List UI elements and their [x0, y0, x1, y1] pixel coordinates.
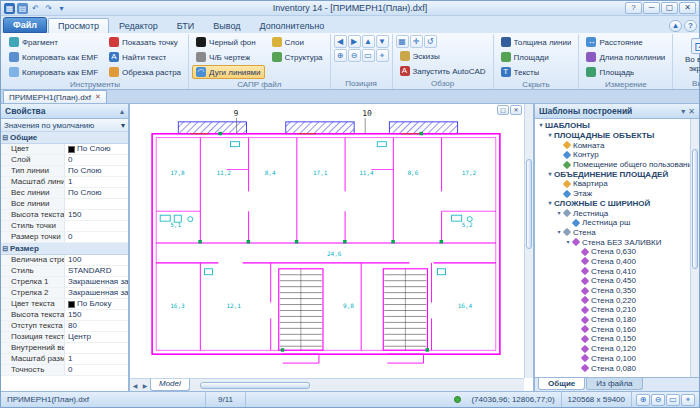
- ribbon-button-distance[interactable]: ↔Расстояние: [582, 35, 669, 49]
- tree-item[interactable]: Стена 0,180: [535, 315, 690, 325]
- help-button[interactable]: ?: [625, 2, 642, 14]
- sheet-prev-icon[interactable]: ◀: [130, 382, 140, 389]
- collapse-ribbon-icon[interactable]: ▴: [669, 20, 682, 32]
- pos-down-button[interactable]: ▼: [376, 35, 389, 48]
- tree-item[interactable]: Помещение общего пользования: [535, 160, 690, 170]
- panel-menu-icon[interactable]: ▾: [681, 107, 685, 116]
- pos-center-button[interactable]: ⌖: [376, 49, 389, 62]
- redo-icon[interactable]: ↷: [43, 3, 54, 14]
- property-value[interactable]: 150: [65, 310, 128, 320]
- tree-expander-icon[interactable]: ▾: [546, 131, 554, 140]
- property-value[interactable]: 0: [65, 232, 128, 242]
- property-group-row[interactable]: ⊟Размер: [1, 243, 128, 255]
- pos-prev-button[interactable]: ◀: [334, 35, 347, 48]
- property-value[interactable]: По Слою: [65, 188, 128, 198]
- tree-item[interactable]: Стена 0,450: [535, 276, 690, 286]
- property-value[interactable]: Закрашенная зам: [65, 288, 128, 298]
- tree-expander-icon[interactable]: ▾: [546, 170, 554, 179]
- status-zoom-window-icon[interactable]: ▭: [666, 394, 680, 406]
- ribbon-button-fullscreen[interactable]: ⊡Во весь экран: [676, 35, 700, 76]
- pos-up-button[interactable]: ▲: [362, 35, 375, 48]
- ribbon-button-hide-texts[interactable]: TТексты: [497, 65, 576, 79]
- tree-item[interactable]: Стена 0,120: [535, 344, 690, 354]
- ribbon-help-icon[interactable]: ?: [684, 20, 697, 32]
- tree-item[interactable]: Стена 0,100: [535, 354, 690, 364]
- tree-expander-icon[interactable]: ▾: [546, 199, 554, 208]
- ribbon-button-find-text[interactable]: АНайти текст: [105, 50, 185, 64]
- app-menu-icon[interactable]: ▦: [4, 3, 15, 14]
- tree-expander-icon[interactable]: ▾: [537, 121, 545, 130]
- ribbon-button-crop-raster[interactable]: Обрезка растра: [105, 65, 185, 79]
- property-group-row[interactable]: ⊟Общие: [1, 132, 128, 144]
- tree-item[interactable]: ▾ШАБЛОНЫ: [535, 121, 690, 131]
- document-close-icon[interactable]: ✕: [95, 93, 101, 101]
- undo-icon[interactable]: ↶: [30, 3, 41, 14]
- ribbon-tab-file[interactable]: Файл: [3, 17, 47, 33]
- tree-expander-icon[interactable]: ▾: [564, 238, 572, 247]
- vertical-scrollbar[interactable]: [524, 104, 533, 378]
- property-value[interactable]: 100: [65, 255, 128, 265]
- ribbon-button-show-point[interactable]: Показать точку: [105, 35, 185, 49]
- close-button[interactable]: ✕: [679, 2, 696, 14]
- tree-item[interactable]: ▾ОБЪЕДИНЕНИЕ ПЛОЩАДЕЙ: [535, 169, 690, 179]
- tree-item[interactable]: Стена 0,160: [535, 324, 690, 334]
- tree-item[interactable]: Этаж: [535, 189, 690, 199]
- minimize-button[interactable]: ─: [643, 2, 660, 14]
- property-value[interactable]: 1: [65, 177, 128, 187]
- tree-item[interactable]: Стена 0,630: [535, 247, 690, 257]
- defaults-dropdown-icon[interactable]: ▾: [121, 121, 125, 130]
- ribbon-button-black-background[interactable]: Черный фон: [192, 35, 265, 49]
- defaults-selector[interactable]: Значения по умолчанию ▾: [1, 119, 128, 132]
- ribbon-tab-editor[interactable]: Редактор: [110, 19, 167, 33]
- vertical-scrollbar-thumb[interactable]: [526, 159, 532, 249]
- birdseye-button[interactable]: ▦: [396, 35, 409, 48]
- property-value[interactable]: По Слою: [65, 166, 128, 176]
- pos-zoom-in-button[interactable]: ⊕: [334, 49, 347, 62]
- status-zoom-out-icon[interactable]: ⊖: [651, 394, 665, 406]
- tree-item[interactable]: Стена 0,400: [535, 257, 690, 267]
- model-sheet-tab[interactable]: Model: [150, 379, 190, 391]
- ribbon-button-run-autocad[interactable]: AЗапустить AutoCAD: [396, 64, 490, 78]
- collapse-panel-icon[interactable]: ▴: [120, 107, 124, 116]
- tab-common[interactable]: Общие: [538, 378, 585, 390]
- property-value[interactable]: 0: [65, 155, 128, 165]
- tree-item[interactable]: ▾Стена БЕЗ ЗАЛИВКИ: [535, 237, 690, 247]
- property-value[interactable]: 150: [65, 210, 128, 220]
- property-value[interactable]: 80: [65, 321, 128, 331]
- templates-scrollbar[interactable]: [690, 119, 699, 377]
- ribbon-button-hide-areas[interactable]: Площади: [497, 50, 576, 64]
- ribbon-button-bw-drawing[interactable]: Ч/Б чертеж: [192, 50, 265, 64]
- ribbon-tab-view[interactable]: Просмотр: [48, 18, 109, 33]
- floor-plan-drawing[interactable]: 91017,811,28,417,111,48,617,25,15,224,61…: [130, 104, 524, 378]
- ribbon-button-layers[interactable]: Слои: [268, 35, 327, 49]
- prev-view-button[interactable]: ↺: [424, 35, 437, 48]
- ribbon-button-structure[interactable]: Структура: [268, 50, 327, 64]
- tree-expander-icon[interactable]: ▾: [555, 228, 563, 237]
- tree-item[interactable]: ▾Стена: [535, 228, 690, 238]
- tree-item[interactable]: Комната: [535, 140, 690, 150]
- tab-from-file[interactable]: Из файла: [586, 378, 642, 390]
- ribbon-button-hide-line-weight[interactable]: Толщина линии: [497, 35, 576, 49]
- property-value[interactable]: 1: [65, 354, 128, 364]
- ribbon-button-copy-as-emf-2[interactable]: Копировать как EMF: [5, 65, 102, 79]
- tree-item[interactable]: Стена 0,220: [535, 295, 690, 305]
- ribbon-button-area[interactable]: Площадь: [582, 65, 669, 79]
- tree-item[interactable]: Стена 0,350: [535, 286, 690, 296]
- tree-item[interactable]: ▾ПЛОЩАДНЫЕ ОБЪЕКТЫ: [535, 131, 690, 141]
- ribbon-tab-output[interactable]: Вывод: [204, 19, 249, 33]
- templates-scrollbar-thumb[interactable]: [692, 149, 698, 269]
- property-value[interactable]: По Слою: [65, 144, 128, 154]
- save-icon[interactable]: ▤: [17, 3, 28, 14]
- tree-item[interactable]: ▾Лестница: [535, 208, 690, 218]
- pan-view-button[interactable]: ✛: [410, 35, 423, 48]
- property-value[interactable]: Закрашенная зам: [65, 277, 128, 287]
- tree-item[interactable]: Квартира: [535, 179, 690, 189]
- collapse-icon[interactable]: ⊟: [1, 245, 10, 253]
- status-zoom-extents-icon[interactable]: ⌖: [681, 394, 695, 406]
- pos-next-button[interactable]: ▶: [348, 35, 361, 48]
- ribbon-button-fragment[interactable]: Фрагмент: [5, 35, 102, 49]
- tree-item[interactable]: Стена 0,150: [535, 334, 690, 344]
- sheet-next-icon[interactable]: ▶: [140, 382, 150, 389]
- tree-item[interactable]: Стена 0,410: [535, 266, 690, 276]
- property-value[interactable]: STANDARD: [65, 266, 128, 276]
